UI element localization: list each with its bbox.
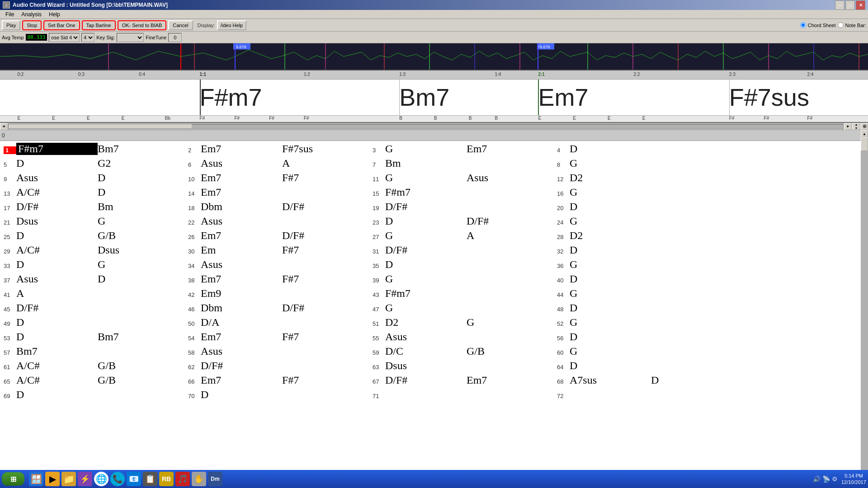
taskbar-icon-audio[interactable]: 🎵 — [175, 472, 190, 486]
chord-row-2: 5 D G2 6 Asus A 7 Bm 8 G — [4, 157, 864, 172]
close-button[interactable]: ✕ — [856, 0, 865, 10]
chord-row-1: 1 F#m7 Bm7 2 Em7 F#7sus 3 G Em7 4 D — [4, 143, 864, 157]
bar-num-42: 42 — [188, 291, 201, 298]
chord-6-2: A — [282, 157, 363, 169]
taskbar-icon-unknown1[interactable]: 📋 — [143, 472, 157, 486]
stop-button[interactable]: Stop — [22, 20, 42, 30]
taskbar-icon-windows[interactable]: 🪟 — [29, 472, 43, 486]
note-B-1: B — [399, 116, 402, 121]
note-E-6: E — [573, 116, 576, 121]
chord-38-2: F#7 — [282, 273, 363, 285]
chord-66-2: F#7 — [282, 374, 363, 386]
bar-num-60: 60 — [557, 349, 570, 356]
chord-64-1: D — [570, 360, 651, 372]
taskbar-icon-skype[interactable]: 📞 — [110, 472, 125, 486]
time-1-4: 1:4 — [495, 72, 501, 77]
chord-55-1: Asus — [385, 331, 467, 343]
bar-num-56: 56 — [557, 335, 570, 342]
vscroll-up-button[interactable]: ▲ — [861, 130, 868, 137]
bar-num-29: 29 — [4, 248, 16, 255]
svg-text:79.678: 79.678 — [234, 45, 246, 49]
cancel-button[interactable]: Cancel — [168, 20, 193, 30]
key-sig-select[interactable] — [117, 33, 144, 42]
chord-24-1: G — [570, 215, 651, 227]
note-bar-radio[interactable] — [838, 22, 844, 28]
scroll-right-button[interactable]: ► — [844, 123, 852, 130]
svg-text:79.678: 79.678 — [538, 45, 550, 49]
bar-num-72: 72 — [557, 393, 570, 399]
chord-large-fsharp-m7: F#m7 — [200, 83, 262, 111]
chord-65-2: G/B — [98, 374, 179, 386]
chord-row-5: 17 D/F# Bm 18 Dbm D/F# 19 D/F# 20 D — [4, 201, 864, 215]
bar-num-4: 4 — [557, 147, 570, 154]
time-1-2: 1:2 — [304, 72, 310, 77]
menu-help[interactable]: Help — [45, 10, 64, 19]
corner-down-button[interactable]: ▼ — [853, 127, 860, 130]
taskbar-icon-folder[interactable]: 📁 — [61, 472, 76, 486]
corner-up-button[interactable]: ▲ — [853, 123, 860, 127]
scroll-track[interactable] — [8, 124, 844, 129]
chord-58-1: Asus — [201, 345, 282, 357]
minimize-button[interactable]: ─ — [835, 0, 844, 10]
chord-row-10: 37 Asus D 38 Em7 F#7 39 G 40 D — [4, 273, 864, 287]
chord-17-2: Bm — [98, 201, 179, 213]
note-E-4: E — [122, 116, 125, 121]
chord-10-1: Em7 — [201, 172, 282, 184]
time-1-3: 1:3 — [399, 72, 406, 77]
chord-25-1: D — [16, 230, 98, 242]
chord-36-1: G — [570, 258, 651, 271]
chord-37-2: D — [98, 273, 179, 285]
chord-row-18: 69 D 70 D 71 72 — [4, 389, 864, 403]
chord-8-1: G — [570, 157, 651, 169]
bar-num-71: 71 — [373, 393, 385, 399]
maximize-button[interactable]: □ — [845, 0, 855, 10]
nose-select[interactable]: ose Sid 4 — [49, 33, 80, 42]
chord-70-1: D — [201, 389, 282, 401]
app-icon: ♪ — [3, 1, 10, 9]
set-bar-one-button[interactable]: Set Bar One — [43, 20, 80, 30]
bar-num-13: 13 — [4, 190, 16, 197]
fine-tune-input[interactable] — [168, 33, 182, 42]
chord-33-2: G — [98, 258, 179, 271]
chord-15-1: F#m7 — [385, 186, 467, 198]
corner-nav: ▲ ▼ — [853, 123, 860, 130]
scroll-thumb[interactable] — [9, 124, 192, 129]
chord-56-1: D — [570, 331, 651, 343]
chord-sheet-radio[interactable] — [800, 22, 806, 28]
chord-2-2: F#7sus — [282, 143, 363, 155]
taskbar-icon-media[interactable]: ▶ — [45, 472, 60, 486]
taskbar-icon-dm[interactable]: Dm — [208, 472, 222, 486]
tap-barline-button[interactable]: Tap Barline — [82, 20, 116, 30]
zoom-plus-button[interactable]: ⊕ — [861, 123, 868, 130]
chord-grid-area: 0 1 F#m7 Bm7 2 Em7 F#7sus 3 G Em7 4 D 5 — [0, 130, 868, 488]
menu-analysis[interactable]: Analysis — [18, 10, 45, 19]
chord-66-1: Em7 — [201, 374, 282, 386]
bar-num-20: 20 — [557, 205, 570, 211]
chord-47-1: G — [385, 302, 467, 314]
taskbar-icon-chrome[interactable]: 🌐 — [94, 472, 108, 486]
time-sig-select[interactable]: 4 — [81, 33, 94, 42]
ok-send-button[interactable]: OK- Send to BIAB — [118, 20, 167, 30]
bar-num-6: 6 — [188, 161, 201, 168]
chord-sheet-label[interactable]: Chord Sheet — [808, 23, 836, 28]
note-bar-label[interactable]: Note Bar: — [845, 23, 866, 28]
scroll-left-button[interactable]: ◄ — [0, 123, 7, 130]
start-button[interactable]: ⊞ — [2, 472, 24, 486]
bar-num-17: 17 — [4, 205, 16, 211]
taskbar-icon-lightning[interactable]: ⚡ — [78, 472, 92, 486]
avg-temp-label: Avg Temp — [2, 35, 24, 40]
vscroll-thumb[interactable] — [861, 137, 868, 151]
menu-file[interactable]: File — [2, 10, 18, 19]
play-button[interactable]: Play — [2, 20, 20, 30]
vscroll-track[interactable] — [861, 137, 868, 481]
chord-26-1: Em7 — [201, 230, 282, 242]
time-1-1: 1:1 — [200, 72, 206, 77]
taskbar-icon-hand[interactable]: ✋ — [192, 472, 206, 486]
bar-num-64: 64 — [557, 364, 570, 371]
taskbar-icon-outlook[interactable]: 📧 — [127, 472, 141, 486]
video-help-button[interactable]: /ideo Help — [217, 20, 247, 30]
taskbar-icon-rb[interactable]: RB — [159, 472, 174, 486]
note-Fsharp-6: F# — [764, 116, 769, 121]
note-Fsharp-7: F# — [807, 116, 813, 121]
bar-num-40: 40 — [557, 277, 570, 284]
